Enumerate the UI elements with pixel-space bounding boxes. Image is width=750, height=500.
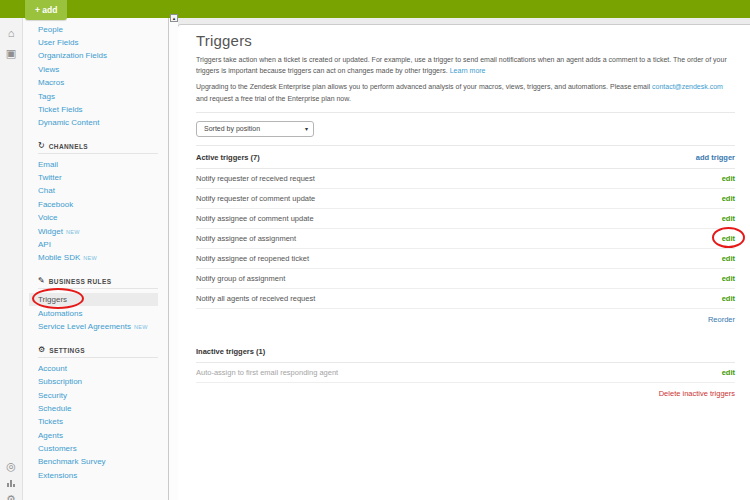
reorder-link[interactable]: Reorder — [708, 315, 735, 324]
trigger-name: Auto-assign to first email responding ag… — [196, 368, 338, 377]
sidebar-item-triggers[interactable]: Triggers — [29, 293, 158, 306]
inactive-triggers-header: Inactive triggers (1) — [196, 340, 735, 363]
trigger-name: Notify assignee of reopened ticket — [196, 254, 309, 263]
trigger-row: Notify assignee of assignment edit — [196, 229, 735, 249]
divider — [38, 153, 158, 154]
edit-link[interactable]: edit — [722, 274, 735, 283]
trigger-row: Notify requester of comment update edit — [196, 189, 735, 209]
sidebar-item-email[interactable]: Email — [24, 158, 168, 171]
new-badge: NEW — [83, 255, 97, 261]
sidebar-section-business-rules: ✎ BUSINESS RULES — [38, 277, 158, 285]
edit-link[interactable]: edit — [722, 194, 735, 203]
edit-link[interactable]: edit — [722, 174, 735, 183]
sidebar-item-voice[interactable]: Voice — [24, 212, 168, 225]
scroll-up-arrow[interactable]: ▴ — [170, 14, 178, 22]
edit-link-annotated[interactable]: edit — [722, 234, 735, 243]
spacer — [196, 330, 735, 340]
sort-dropdown[interactable]: Sorted by position ▾ — [196, 121, 314, 137]
inactive-triggers-title: Inactive triggers (1) — [196, 347, 265, 356]
active-triggers-header: Active triggers (7) add trigger — [196, 146, 735, 169]
sidebar-item-customers[interactable]: Customers — [24, 442, 168, 455]
sidebar-item-mobile-sdk[interactable]: Mobile SDKNEW — [24, 252, 168, 265]
home-icon[interactable]: ⌂ — [0, 27, 22, 40]
delete-inactive-triggers-link[interactable]: Delete inactive triggers — [659, 389, 735, 398]
learn-more-link[interactable]: Learn more — [450, 67, 486, 74]
sidebar-item-organization-fields[interactable]: Organization Fields — [24, 50, 168, 63]
sidebar-item-chat[interactable]: Chat — [24, 185, 168, 198]
trigger-row: Notify group of assignment edit — [196, 269, 735, 289]
reports-icon[interactable] — [0, 479, 22, 487]
edit-link[interactable]: edit — [722, 254, 735, 263]
sidebar-item-views[interactable]: Views — [24, 63, 168, 76]
sidebar-item-benchmark-survey[interactable]: Benchmark Survey — [24, 456, 168, 469]
edit-link[interactable]: edit — [722, 294, 735, 303]
sort-dropdown-value: Sorted by position — [204, 125, 260, 132]
page-title: Triggers — [196, 32, 735, 49]
trigger-name: Notify assignee of assignment — [196, 234, 296, 243]
sidebar-item-tags[interactable]: Tags — [24, 90, 168, 103]
trigger-row: Notify assignee of comment update edit — [196, 209, 735, 229]
trigger-name: Notify group of assignment — [196, 274, 285, 283]
views-icon[interactable]: ▣ — [0, 47, 22, 60]
new-badge: NEW — [134, 324, 148, 330]
sidebar-item-agents[interactable]: Agents — [24, 429, 168, 442]
sidebar-item-security[interactable]: Security — [24, 389, 168, 402]
trigger-name: Notify requester of comment update — [196, 194, 315, 203]
sidebar-item-facebook[interactable]: Facebook — [24, 198, 168, 211]
divider — [196, 112, 735, 113]
sidebar-item-tickets[interactable]: Tickets — [24, 416, 168, 429]
trigger-name: Notify all agents of received request — [196, 294, 315, 303]
trigger-row: Notify requester of received request edi… — [196, 169, 735, 189]
sidebar-item-automations[interactable]: Automations — [24, 307, 168, 320]
channels-icon: ↻ — [38, 142, 45, 150]
reorder-row: Reorder — [196, 309, 735, 330]
sidebar-item-account[interactable]: Account — [24, 362, 168, 375]
edit-link[interactable]: edit — [722, 214, 735, 223]
admin-sidebar: People User Fields Organization Fields V… — [24, 18, 168, 500]
sidebar-item-api[interactable]: API — [24, 238, 168, 251]
trigger-name: Notify requester of received request — [196, 174, 315, 183]
chevron-down-icon: ▾ — [305, 125, 308, 132]
settings-icon[interactable]: ⚙ — [0, 493, 22, 500]
top-green-bar — [0, 0, 750, 18]
sidebar-item-user-fields[interactable]: User Fields — [24, 36, 168, 49]
sidebar-item-schedule[interactable]: Schedule — [24, 402, 168, 415]
add-button[interactable]: + add — [25, 0, 67, 20]
main-panel: Triggers Triggers take action when a tic… — [177, 24, 750, 500]
add-trigger-link[interactable]: add trigger — [696, 153, 735, 162]
divider — [38, 357, 158, 358]
trigger-row: Notify assignee of reopened ticket edit — [196, 249, 735, 269]
sidebar-item-people[interactable]: People — [24, 23, 168, 36]
sidebar-section-channels: ↻ CHANNELS — [38, 142, 158, 150]
trigger-row: Auto-assign to first email responding ag… — [196, 363, 735, 383]
intro-paragraph-2: Upgrading to the Zendesk Enterprise plan… — [196, 81, 735, 103]
sidebar-item-widget[interactable]: WidgetNEW — [24, 225, 168, 238]
delete-inactive-row: Delete inactive triggers — [196, 383, 735, 404]
sidebar-item-service-level-agreements[interactable]: Service Level AgreementsNEW — [24, 321, 168, 334]
sidebar-item-ticket-fields[interactable]: Ticket Fields — [24, 103, 168, 116]
sidebar-item-subscription[interactable]: Subscription — [24, 376, 168, 389]
edit-link[interactable]: edit — [722, 368, 735, 377]
active-triggers-title: Active triggers (7) — [196, 153, 260, 162]
sidebar-item-twitter[interactable]: Twitter — [24, 171, 168, 184]
business-rules-icon: ✎ — [38, 277, 45, 285]
intro-paragraph-1: Triggers take action when a ticket is cr… — [196, 54, 735, 76]
zendesk-admin-page: + add ⌂ ▣ ◎ ⚙ People User Fields Organiz… — [0, 0, 750, 500]
sidebar-item-extensions[interactable]: Extensions — [24, 469, 168, 482]
divider — [38, 288, 158, 289]
sidebar-section-settings: ⚙ SETTINGS — [38, 346, 158, 354]
trigger-row: Notify all agents of received request ed… — [196, 289, 735, 309]
trigger-name: Notify assignee of comment update — [196, 214, 314, 223]
sidebar-item-dynamic-content[interactable]: Dynamic Content — [24, 117, 168, 130]
new-badge: NEW — [66, 229, 80, 235]
left-icon-rail: ⌂ ▣ ◎ ⚙ — [0, 18, 23, 500]
sidebar-scrollbar[interactable]: ▴ — [168, 18, 178, 500]
sidebar-item-macros[interactable]: Macros — [24, 77, 168, 90]
help-icon[interactable]: ◎ — [0, 460, 22, 473]
settings-gear-icon: ⚙ — [38, 346, 45, 354]
contact-email-link[interactable]: contact@zendesk.com — [652, 83, 723, 90]
